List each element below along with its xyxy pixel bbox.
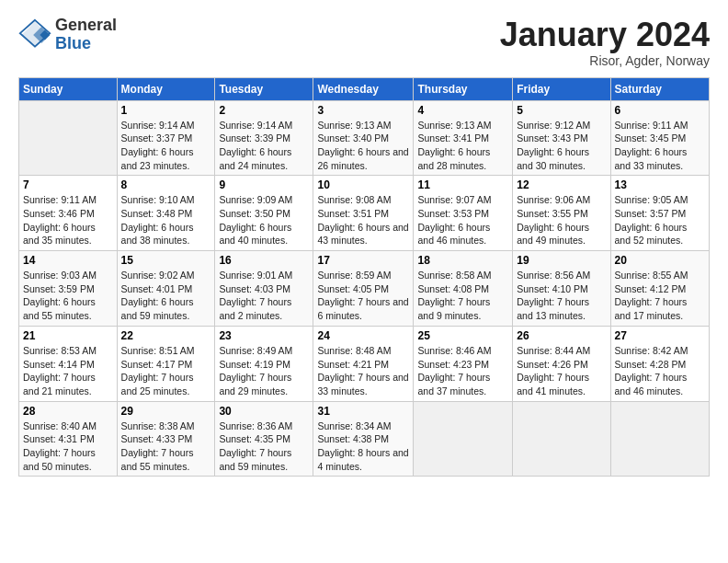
day-detail: Sunrise: 9:11 AMSunset: 3:46 PMDaylight:… [23,193,113,247]
day-detail: Sunrise: 8:51 AMSunset: 4:17 PMDaylight:… [121,344,211,398]
calendar-cell: 13Sunrise: 9:05 AMSunset: 3:57 PMDayligh… [610,176,709,251]
day-header: Saturday [610,77,709,100]
day-detail: Sunrise: 8:49 AMSunset: 4:19 PMDaylight:… [219,344,309,398]
logo-blue: Blue [55,35,117,53]
day-detail: Sunrise: 9:08 AMSunset: 3:51 PMDaylight:… [317,193,409,247]
day-number: 24 [317,329,409,342]
day-detail: Sunrise: 9:06 AMSunset: 3:55 PMDaylight:… [517,193,606,247]
week-row: 28Sunrise: 8:40 AMSunset: 4:31 PMDayligh… [19,401,710,477]
logo-text: General Blue [55,17,117,53]
day-number: 4 [417,104,508,117]
calendar-body: 1Sunrise: 9:14 AMSunset: 3:37 PMDaylight… [19,100,710,477]
calendar-cell [610,401,709,477]
day-detail: Sunrise: 9:09 AMSunset: 3:50 PMDaylight:… [219,193,309,247]
page: General Blue January 2024 Risor, Agder, … [0,0,728,563]
calendar-cell: 26Sunrise: 8:44 AMSunset: 4:26 PMDayligh… [513,326,610,401]
day-number: 23 [219,329,309,342]
day-number: 29 [121,405,211,418]
day-number: 30 [219,405,309,418]
day-detail: Sunrise: 8:34 AMSunset: 4:38 PMDaylight:… [317,419,409,474]
day-detail: Sunrise: 8:53 AMSunset: 4:14 PMDaylight:… [23,344,113,398]
day-header: Sunday [19,77,118,100]
day-number: 2 [219,104,309,117]
day-detail: Sunrise: 8:46 AMSunset: 4:23 PMDaylight:… [417,344,508,398]
calendar-cell: 8Sunrise: 9:10 AMSunset: 3:48 PMDaylight… [117,176,215,251]
day-detail: Sunrise: 8:40 AMSunset: 4:31 PMDaylight:… [23,419,113,474]
subtitle: Risor, Agder, Norway [500,53,710,68]
calendar-cell: 25Sunrise: 8:46 AMSunset: 4:23 PMDayligh… [414,326,513,401]
day-number: 28 [23,405,113,418]
week-row: 1Sunrise: 9:14 AMSunset: 3:37 PMDaylight… [19,100,710,176]
day-header: Thursday [414,77,513,100]
calendar-cell: 19Sunrise: 8:56 AMSunset: 4:10 PMDayligh… [513,251,610,327]
calendar-cell: 20Sunrise: 8:55 AMSunset: 4:12 PMDayligh… [610,251,709,327]
day-number: 10 [317,178,409,191]
calendar-cell: 18Sunrise: 8:58 AMSunset: 4:08 PMDayligh… [414,251,513,327]
day-detail: Sunrise: 9:12 AMSunset: 3:43 PMDaylight:… [517,119,606,173]
day-number: 18 [417,254,508,267]
day-detail: Sunrise: 9:13 AMSunset: 3:41 PMDaylight:… [417,119,508,173]
day-number: 1 [121,104,211,117]
day-number: 16 [219,254,309,267]
calendar-cell: 3Sunrise: 9:13 AMSunset: 3:40 PMDaylight… [313,100,414,176]
day-detail: Sunrise: 9:03 AMSunset: 3:59 PMDaylight:… [23,269,113,323]
header: General Blue January 2024 Risor, Agder, … [18,17,710,68]
calendar-cell [414,401,513,477]
day-number: 26 [517,329,606,342]
day-detail: Sunrise: 8:59 AMSunset: 4:05 PMDaylight:… [317,269,409,323]
calendar-cell: 12Sunrise: 9:06 AMSunset: 3:55 PMDayligh… [513,176,610,251]
day-detail: Sunrise: 9:11 AMSunset: 3:45 PMDaylight:… [615,119,705,173]
calendar-cell: 9Sunrise: 9:09 AMSunset: 3:50 PMDaylight… [215,176,313,251]
day-detail: Sunrise: 9:14 AMSunset: 3:39 PMDaylight:… [219,119,309,173]
logo-icon [18,18,51,52]
calendar-cell: 10Sunrise: 9:08 AMSunset: 3:51 PMDayligh… [313,176,414,251]
day-detail: Sunrise: 8:44 AMSunset: 4:26 PMDaylight:… [517,344,606,398]
logo-general: General [55,17,117,35]
day-detail: Sunrise: 9:10 AMSunset: 3:48 PMDaylight:… [121,193,211,247]
calendar-header: SundayMondayTuesdayWednesdayThursdayFrid… [19,77,710,100]
day-number: 25 [417,329,508,342]
day-number: 3 [317,104,409,117]
calendar-cell: 11Sunrise: 9:07 AMSunset: 3:53 PMDayligh… [414,176,513,251]
title-block: January 2024 Risor, Agder, Norway [500,17,710,68]
logo: General Blue [18,17,117,53]
day-number: 8 [121,178,211,191]
month-title: January 2024 [500,17,710,53]
day-number: 7 [23,178,113,191]
calendar-cell: 4Sunrise: 9:13 AMSunset: 3:41 PMDaylight… [414,100,513,176]
day-number: 15 [121,254,211,267]
day-number: 27 [615,329,705,342]
calendar-cell [19,100,118,176]
day-detail: Sunrise: 9:13 AMSunset: 3:40 PMDaylight:… [317,119,409,173]
day-header: Tuesday [215,77,313,100]
week-row: 14Sunrise: 9:03 AMSunset: 3:59 PMDayligh… [19,251,710,327]
day-number: 14 [23,254,113,267]
day-detail: Sunrise: 9:01 AMSunset: 4:03 PMDaylight:… [219,269,309,323]
calendar: SundayMondayTuesdayWednesdayThursdayFrid… [18,77,710,477]
day-number: 21 [23,329,113,342]
calendar-cell: 31Sunrise: 8:34 AMSunset: 4:38 PMDayligh… [313,401,414,477]
week-row: 7Sunrise: 9:11 AMSunset: 3:46 PMDaylight… [19,176,710,251]
calendar-cell: 28Sunrise: 8:40 AMSunset: 4:31 PMDayligh… [19,401,118,477]
calendar-cell: 1Sunrise: 9:14 AMSunset: 3:37 PMDaylight… [117,100,215,176]
day-number: 11 [417,178,508,191]
day-header: Friday [513,77,610,100]
calendar-cell: 17Sunrise: 8:59 AMSunset: 4:05 PMDayligh… [313,251,414,327]
calendar-cell: 24Sunrise: 8:48 AMSunset: 4:21 PMDayligh… [313,326,414,401]
day-number: 31 [317,405,409,418]
week-row: 21Sunrise: 8:53 AMSunset: 4:14 PMDayligh… [19,326,710,401]
day-number: 19 [517,254,606,267]
day-detail: Sunrise: 8:58 AMSunset: 4:08 PMDaylight:… [417,269,508,323]
calendar-cell: 30Sunrise: 8:36 AMSunset: 4:35 PMDayligh… [215,401,313,477]
day-number: 5 [517,104,606,117]
day-detail: Sunrise: 9:02 AMSunset: 4:01 PMDaylight:… [121,269,211,323]
day-number: 22 [121,329,211,342]
day-header: Monday [117,77,215,100]
day-number: 12 [517,178,606,191]
calendar-cell: 22Sunrise: 8:51 AMSunset: 4:17 PMDayligh… [117,326,215,401]
header-row: SundayMondayTuesdayWednesdayThursdayFrid… [19,77,710,100]
calendar-cell: 6Sunrise: 9:11 AMSunset: 3:45 PMDaylight… [610,100,709,176]
day-detail: Sunrise: 8:36 AMSunset: 4:35 PMDaylight:… [219,419,309,474]
calendar-cell: 5Sunrise: 9:12 AMSunset: 3:43 PMDaylight… [513,100,610,176]
calendar-cell: 2Sunrise: 9:14 AMSunset: 3:39 PMDaylight… [215,100,313,176]
